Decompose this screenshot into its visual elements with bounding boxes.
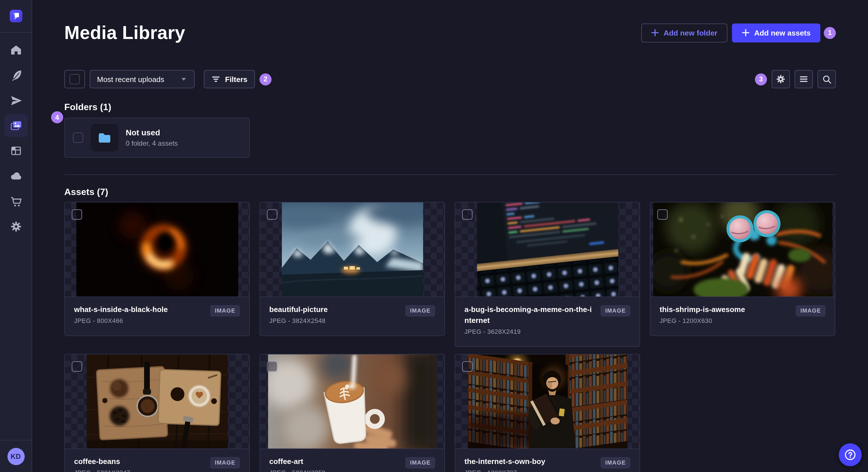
sort-dropdown[interactable]: Most recent uploads [90,70,195,88]
filters-button[interactable]: Filters [204,70,255,88]
asset-name: what-s-inside-a-black-hole [74,304,168,315]
annotation-badge-1: 1 [824,27,836,39]
paper-plane-icon [10,94,22,107]
asset-card-footer: a-bug-is-becoming-a-meme-on-the-internet… [455,297,640,346]
asset-name: beautiful-picture [269,304,328,315]
sidebar-item-content-type-builder[interactable] [0,88,32,113]
sort-dropdown-value: Most recent uploads [97,75,164,83]
asset-type-badge: IMAGE [600,457,630,469]
folder-tile [91,124,118,151]
cloud-icon [10,170,22,182]
sidebar-item-settings[interactable] [0,214,32,239]
sidebar-item-cloud[interactable] [0,164,32,189]
asset-thumbnail-shrimp [650,202,835,297]
sidebar-item-home[interactable] [0,37,32,63]
sidebar-item-layout[interactable] [0,138,32,164]
asset-info: coffee-art JPEG - 5824X3259 [269,456,326,472]
chevron-down-icon [180,76,187,82]
asset-info: the-internet-s-own-boy JPEG - 1200X707 [464,456,546,472]
asset-checkbox[interactable] [462,209,472,220]
asset-card-footer: what-s-inside-a-black-hole JPEG - 800X46… [65,297,249,336]
asset-card[interactable]: this-shrimp-is-awesome JPEG - 1200X630 I… [650,202,835,336]
coffee-beans-image [86,355,228,448]
folder-checkbox[interactable] [73,133,83,143]
mantis-shrimp-image [653,202,832,297]
strapi-logo-icon [9,10,22,22]
asset-checkbox[interactable] [72,209,82,220]
asset-card[interactable]: the-internet-s-own-boy JPEG - 1200X707 I… [455,354,640,472]
folder-name: Not used [126,128,178,138]
avatar[interactable]: KD [7,448,24,465]
sidebar: KD [0,0,32,472]
cart-icon [10,195,22,208]
sidebar-nav [0,33,32,239]
sidebar-item-content-manager[interactable] [0,63,32,88]
media-library-page: KD Media Library Add new folder Add new … [0,0,868,472]
asset-checkbox[interactable] [462,361,472,372]
search-button[interactable] [817,70,836,88]
assets-grid: what-s-inside-a-black-hole JPEG - 800X46… [64,202,836,472]
asset-card[interactable]: what-s-inside-a-black-hole JPEG - 800X46… [64,202,250,336]
select-all-checkbox-container[interactable] [64,70,85,88]
folder-icon [97,130,112,145]
sidebar-item-marketplace[interactable] [0,189,32,214]
filter-icon [211,74,220,84]
page-title: Media Library [64,22,185,43]
asset-checkbox[interactable] [267,361,277,372]
asset-thumbnail-mountains [260,202,444,297]
asset-name: coffee-beans [74,456,130,467]
annotation-badge-2: 2 [259,73,272,85]
sidebar-item-media-library[interactable] [0,113,32,138]
folder-card-not-used[interactable]: Not used 0 folder, 4 assets [64,117,250,158]
asset-type-badge: IMAGE [405,457,435,469]
asset-card[interactable]: coffee-art JPEG - 5824X3259 IMAGE [259,354,445,472]
toolbar-right: 3 [755,70,836,88]
asset-info: beautiful-picture JPEG - 3824X2548 [269,304,328,324]
list-icon [799,74,808,84]
annotation-badge-4: 4 [51,111,63,123]
strapi-logo[interactable] [9,10,22,22]
asset-card[interactable]: beautiful-picture JPEG - 3824X2548 IMAGE [259,202,445,336]
asset-meta: JPEG - 3824X2548 [269,317,328,324]
asset-thumbnail-black-hole [65,202,249,297]
asset-type-badge: IMAGE [405,305,435,316]
asset-thumbnail-library [455,355,640,448]
add-new-assets-button[interactable]: Add new assets [732,23,820,42]
asset-name: coffee-art [269,456,326,467]
help-button[interactable] [839,443,862,466]
asset-thumbnail-coffee-beans [65,355,249,448]
asset-type-badge: IMAGE [210,457,240,469]
home-icon [10,43,22,56]
add-new-folder-label: Add new folder [663,28,718,37]
asset-name: this-shrimp-is-awesome [660,304,745,315]
asset-card[interactable]: a-bug-is-becoming-a-meme-on-the-internet… [455,202,640,347]
asset-card[interactable]: coffee-beans JPEG - 5021X3347 IMAGE [64,354,250,472]
asset-info: this-shrimp-is-awesome JPEG - 1200X630 [660,304,745,324]
page-header: Media Library Add new folder Add new ass… [64,22,836,43]
plus-icon [651,29,659,37]
asset-card-footer: beautiful-picture JPEG - 3824X2548 IMAGE [260,297,444,336]
asset-card-footer: the-internet-s-own-boy JPEG - 1200X707 I… [455,448,640,472]
select-all-checkbox[interactable] [69,74,80,84]
asset-checkbox[interactable] [72,361,82,372]
assets-heading: Assets (7) [64,187,836,197]
list-view-button[interactable] [795,70,813,88]
logo-container [0,0,32,33]
laptop-code-image [477,202,618,297]
folder-info: Not used 0 folder, 4 assets [126,128,178,147]
asset-type-badge: IMAGE [210,305,240,316]
asset-info: a-bug-is-becoming-a-meme-on-the-internet… [464,304,595,335]
header-actions: Add new folder Add new assets 1 [641,23,836,42]
view-settings-button[interactable] [772,70,790,88]
plus-icon [741,29,749,37]
add-new-folder-button[interactable]: Add new folder [641,23,727,42]
asset-checkbox[interactable] [657,209,668,220]
settings-icon [776,74,786,84]
asset-meta: JPEG - 1200X630 [660,317,745,324]
asset-name: the-internet-s-own-boy [464,456,546,467]
asset-thumbnail-laptop-code [455,202,640,297]
asset-type-badge: IMAGE [600,305,630,316]
toolbar: Most recent uploads Filters 2 3 [64,70,836,88]
library-portrait-image [468,355,627,448]
asset-checkbox[interactable] [267,209,277,220]
